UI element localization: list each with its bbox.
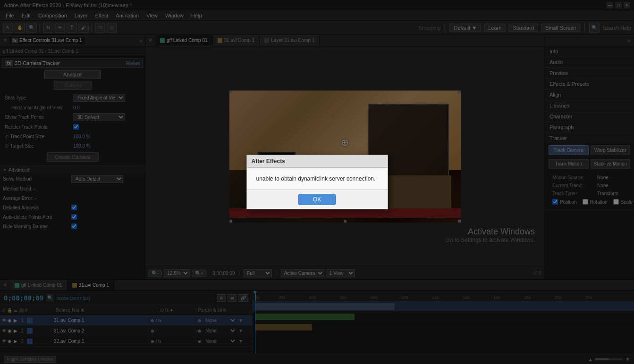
dialog-footer: OK — [247, 190, 388, 209]
dialog-ok-button[interactable]: OK — [298, 194, 336, 205]
dialog-title-bar: After Effects — [247, 155, 388, 168]
after-effects-dialog: After Effects unable to obtain dynamicli… — [246, 155, 388, 209]
dialog-overlay[interactable]: After Effects unable to obtain dynamicli… — [0, 0, 634, 364]
dialog-title: After Effects — [252, 158, 285, 165]
dialog-message: unable to obtain dynamiclink server conn… — [256, 175, 378, 182]
dialog-body: unable to obtain dynamiclink server conn… — [247, 168, 388, 190]
